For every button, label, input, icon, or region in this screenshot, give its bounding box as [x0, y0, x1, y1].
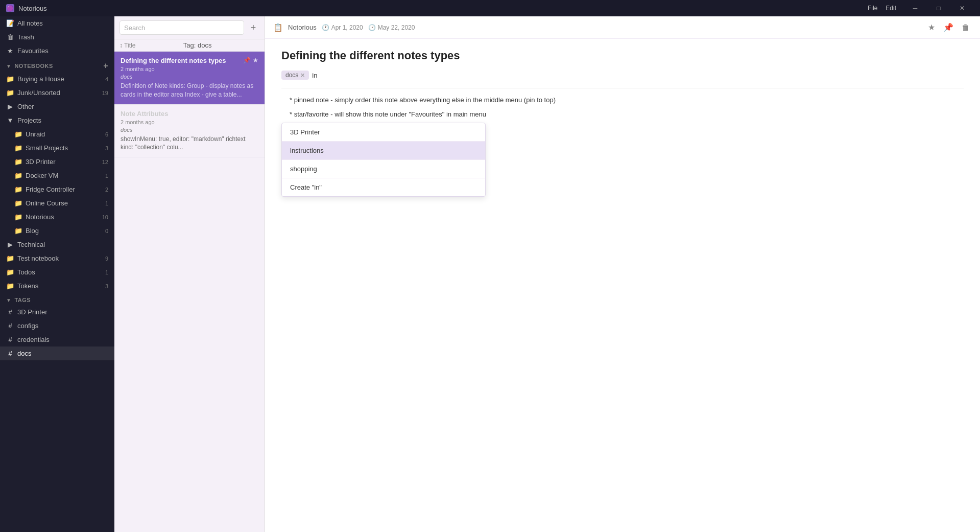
close-button[interactable]: ✕	[950, 0, 974, 16]
body-line-1: * pinned note - simply order this note a…	[281, 95, 964, 106]
projects-children: 📁 Unraid 6 📁 Small Projects 3 📁 3D Print…	[0, 127, 114, 238]
notebook-count: 3	[105, 283, 108, 289]
sidebar-item-favourites[interactable]: ★ Favourites	[0, 44, 114, 58]
menu-file[interactable]: File	[865, 4, 880, 13]
sidebar-item-todos[interactable]: 📁 Todos 1	[0, 265, 114, 279]
sidebar-favourites-label: Favourites	[17, 47, 49, 55]
autocomplete-dropdown: 3D Printer instructions shopping Create …	[281, 123, 486, 197]
tag-chip-remove[interactable]: ✕	[300, 72, 305, 79]
sidebar-item-online-course[interactable]: 📁 Online Course 1	[8, 196, 114, 210]
toolbar-notebook-name[interactable]: Notorious	[288, 24, 317, 31]
sidebar-item-other[interactable]: ▶ Other	[0, 100, 114, 113]
pin-button[interactable]: 📌	[941, 21, 955, 33]
notebook-count: 2	[105, 187, 108, 193]
toolbar-modified-date: 🕑 May 22, 2020	[368, 24, 415, 31]
menu-edit[interactable]: Edit	[882, 4, 899, 13]
search-input[interactable]	[119, 20, 244, 35]
sidebar-all-notes-label: All notes	[17, 19, 43, 27]
note-preview: showInMenu: true, editor: "markdown" ric…	[121, 135, 258, 152]
add-notebook-button[interactable]: +	[103, 62, 108, 70]
body-line-2: * star/favorite - will show this note un…	[281, 109, 964, 120]
chevron-down-icon: ▼	[6, 117, 14, 124]
notebook-count: 0	[105, 228, 108, 234]
note-date: 2 months ago	[121, 66, 258, 72]
notebook-name: Docker VM	[26, 172, 58, 179]
star-button[interactable]: ★	[926, 21, 937, 33]
autocomplete-item-highlighted[interactable]: instructions	[282, 142, 485, 160]
notebook-name: Small Projects	[26, 144, 68, 152]
sidebar-item-docker-vm[interactable]: 📁 Docker VM 1	[8, 169, 114, 182]
sidebar-item-test-notebook[interactable]: 📁 Test notebook 9	[0, 251, 114, 265]
note-title: Note Attributes	[121, 110, 258, 118]
sidebar-item-tag-docs[interactable]: # docs	[0, 346, 114, 360]
note-list-header: +	[114, 16, 265, 39]
sidebar-item-unraid[interactable]: 📁 Unraid 6	[8, 127, 114, 141]
sidebar-item-tokens[interactable]: 📁 Tokens 3	[0, 279, 114, 293]
created-date-value: Apr 1, 2020	[331, 24, 363, 31]
maximize-button[interactable]: □	[927, 0, 950, 16]
tags-row: docs ✕	[281, 71, 964, 80]
notebook-count: 9	[105, 256, 108, 262]
sidebar-item-notorious[interactable]: 📁 Notorious 10	[8, 210, 114, 224]
notebook-count: 12	[102, 159, 108, 165]
note-date: 2 months ago	[121, 119, 258, 125]
notebook-name: Buying a House	[17, 75, 64, 83]
sidebar-item-junk[interactable]: 📁 Junk/Unsorted 19	[0, 86, 114, 100]
note-item[interactable]: Note Attributes 2 months ago docs showIn…	[114, 105, 265, 158]
notebook-name: Unraid	[26, 130, 45, 138]
titlebar: 🟣 Notorious File Edit ─ □ ✕	[0, 0, 980, 16]
note-item[interactable]: 📌 ★ Defining the different notes types 2…	[114, 52, 265, 105]
toolbar-created-date: 🕐 Apr 1, 2020	[322, 24, 363, 31]
sidebar-item-projects[interactable]: ▼ Projects	[0, 113, 114, 127]
chevron-right-icon: ▶	[6, 241, 14, 248]
folder-icon: 📁	[14, 130, 22, 138]
chevron-right-icon: ▶	[6, 103, 14, 110]
folder-icon: 📁	[14, 227, 22, 235]
add-note-button[interactable]: +	[247, 21, 259, 34]
toolbar-left: 📋 Notorious 🕐 Apr 1, 2020 🕑 May 22, 2020	[273, 23, 921, 32]
sidebar-item-tag-3dprinter[interactable]: # 3D Printer	[0, 305, 114, 319]
technical-label: Technical	[17, 241, 45, 248]
menu-bar: File Edit	[865, 4, 899, 13]
sidebar-item-fridge-controller[interactable]: 📁 Fridge Controller 2	[8, 182, 114, 196]
notebook-count: 4	[105, 76, 108, 82]
tags-label: TAGS	[14, 297, 31, 303]
sidebar-item-tag-configs[interactable]: # configs	[0, 319, 114, 333]
notebook-name: Junk/Unsorted	[17, 89, 60, 97]
sort-label[interactable]: ↕ Title	[119, 42, 135, 49]
sidebar-item-tag-credentials[interactable]: # credentials	[0, 333, 114, 346]
tag-name: configs	[17, 322, 38, 330]
note-heading: Defining the different notes types	[281, 49, 964, 62]
tag-input[interactable]	[312, 72, 398, 79]
notebook-name: Blog	[26, 227, 39, 235]
pin-icon: 📌	[243, 57, 251, 64]
editor-divider	[281, 88, 964, 88]
autocomplete-item[interactable]: shopping	[282, 160, 485, 178]
sidebar-item-small-projects[interactable]: 📁 Small Projects 3	[8, 141, 114, 155]
star-icon: ★	[253, 57, 258, 64]
autocomplete-item-create[interactable]: Create "in"	[282, 178, 485, 196]
edit-clock-icon: 🕑	[368, 24, 376, 31]
minimize-button[interactable]: ─	[903, 0, 927, 16]
notebook-name: Tokens	[17, 282, 38, 290]
notebook-count: 1	[105, 173, 108, 179]
sidebar-item-trash[interactable]: 🗑 Trash	[0, 30, 114, 44]
note-list: 📌 ★ Defining the different notes types 2…	[114, 52, 265, 532]
notebook-icon: 📋	[273, 23, 283, 32]
sidebar-item-buying-a-house[interactable]: 📁 Buying a House 4	[0, 72, 114, 86]
modified-date-value: May 22, 2020	[378, 24, 415, 31]
tag-name: 3D Printer	[17, 308, 47, 316]
sidebar-item-blog[interactable]: 📁 Blog 0	[8, 224, 114, 238]
tag-icon: #	[6, 350, 14, 357]
clock-icon: 🕐	[322, 24, 329, 31]
autocomplete-item[interactable]: 3D Printer	[282, 123, 485, 142]
sidebar-item-3d-printer[interactable]: 📁 3D Printer 12	[8, 155, 114, 169]
folder-icon: 📁	[14, 172, 22, 179]
trash-icon: 🗑	[6, 33, 14, 41]
sidebar-item-technical[interactable]: ▶ Technical	[0, 238, 114, 251]
toolbar-actions: ★ 📌 🗑	[926, 21, 972, 33]
folder-icon: 📁	[6, 89, 14, 97]
delete-button[interactable]: 🗑	[960, 22, 972, 33]
sidebar-item-all-notes[interactable]: 📝 All notes	[0, 16, 114, 30]
folder-icon: 📁	[14, 144, 22, 152]
